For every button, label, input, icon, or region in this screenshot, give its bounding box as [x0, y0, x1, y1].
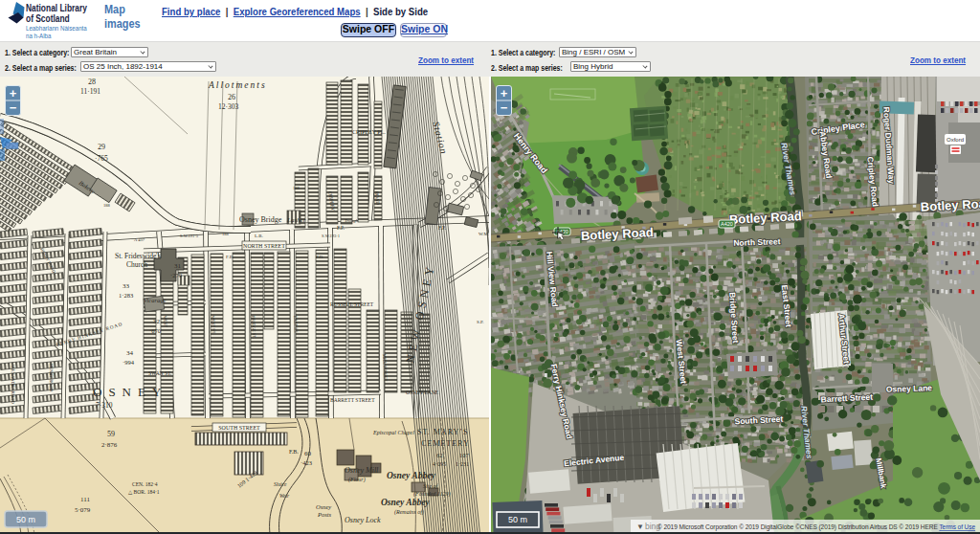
svg-text:Church: Church [126, 260, 147, 269]
svg-text:W.M.: W.M. [479, 232, 489, 236]
svg-text:RUSSELL STREET: RUSSELL STREET [330, 301, 374, 307]
svg-text:EAST ST.: EAST ST. [293, 316, 299, 334]
svg-text:·670: ·670 [149, 327, 161, 334]
svg-text:NORTH STREET: NORTH STREET [243, 243, 285, 249]
svg-text:Osney Lock: Osney Lock [345, 516, 381, 524]
svg-text:© 2019 Microsoft Corporation ©: © 2019 Microsoft Corporation © 2019 Digi… [657, 523, 975, 531]
svg-text:59: 59 [107, 430, 115, 438]
svg-text:HENRY ROAD: HENRY ROAD [49, 364, 54, 392]
svg-text:F.P.: F.P. [337, 225, 345, 231]
svg-text:7·310: 7·310 [96, 401, 113, 410]
svg-text:Osney Mill: Osney Mill [345, 466, 379, 475]
svg-text:31: 31 [174, 262, 182, 270]
svg-text:BARRETT STREET: BARRETT STREET [330, 397, 375, 403]
svg-text:Oxford: Oxford [947, 137, 964, 143]
svg-text:Osney Lane: Osney Lane [886, 383, 933, 394]
svg-text:WEST: WEST [163, 316, 168, 328]
svg-text:Sluice: Sluice [274, 481, 287, 487]
svg-text:Trough: Trough [345, 218, 359, 223]
svg-text:▼: ▼ [636, 523, 644, 531]
svg-text:+: + [10, 86, 17, 100]
svg-text:60: 60 [304, 450, 312, 457]
svg-text:50 m: 50 m [16, 515, 35, 524]
svg-text:SWAN ST.: SWAN ST. [148, 370, 172, 376]
svg-text:−: − [501, 100, 508, 115]
svg-text:2·876: 2·876 [101, 441, 118, 449]
svg-text:32: 32 [153, 318, 161, 325]
svg-text:Osney: Osney [316, 503, 331, 510]
svg-text:29: 29 [98, 143, 105, 151]
svg-text:A 437: A 437 [134, 237, 145, 242]
svg-text:Weir: Weir [279, 493, 290, 499]
svg-text:28: 28 [88, 78, 96, 86]
svg-text:−: − [10, 100, 17, 115]
svg-text:188: 188 [222, 232, 230, 236]
svg-text:+: + [501, 86, 508, 100]
svg-text:CEN. 182·4: CEN. 182·4 [132, 481, 158, 487]
svg-text:CRIPLEY PL.: CRIPLEY PL. [352, 129, 386, 135]
svg-text:111: 111 [80, 496, 90, 503]
svg-text:Osney Abbey: Osney Abbey [381, 498, 430, 507]
svg-text:△ BOR. 184·1: △ BOR. 184·1 [128, 489, 160, 495]
svg-text:SOUTH STREET: SOUTH STREET [218, 425, 260, 431]
svg-text:(Flour): (Flour) [348, 477, 366, 483]
svg-text:·423: ·423 [301, 459, 312, 466]
svg-text:1·231: 1·231 [456, 461, 469, 467]
svg-text:12·303: 12·303 [218, 102, 238, 111]
svg-text:OSNEY LANE: OSNEY LANE [406, 389, 439, 395]
svg-text:A420: A420 [721, 221, 733, 227]
svg-text:Posts: Posts [317, 511, 332, 518]
svg-text:ST. MARY’S: ST. MARY’S [417, 428, 468, 436]
svg-text:Lasher: Lasher [286, 216, 306, 224]
svg-text:33: 33 [122, 282, 130, 290]
svg-text:F.B.: F.B. [289, 449, 299, 455]
svg-text:L.B.: L.B. [255, 234, 263, 238]
svg-text:St. Frideswide's: St. Frideswide's [115, 252, 161, 260]
svg-text:·994: ·994 [122, 359, 135, 366]
svg-text:Episcopal Chapel: Episcopal Chapel [372, 430, 414, 435]
svg-text:F.P.: F.P. [438, 225, 446, 231]
svg-text:62: 62 [436, 452, 443, 458]
svg-text:5·079: 5·079 [75, 506, 91, 514]
svg-text:Vicarage: Vicarage [144, 297, 166, 303]
svg-text:Osney Bridge: Osney Bridge [239, 215, 282, 224]
svg-text:P.O.: P.O. [316, 255, 323, 259]
svg-text:OSNEY: OSNEY [93, 385, 167, 399]
svg-text:F.B.: F.B. [226, 255, 234, 259]
svg-text:188: 188 [293, 186, 301, 190]
svg-text:Allotments: Allotments [208, 80, 267, 90]
svg-text:WEST ST.: WEST ST. [211, 316, 216, 335]
svg-text:Site of: Site of [423, 483, 438, 489]
svg-text:1·283: 1·283 [119, 292, 133, 299]
svg-text:ALEXANDRA ROAD: ALEXANDRA ROAD [11, 364, 15, 404]
svg-text:CEMETERY: CEMETERY [421, 439, 470, 448]
svg-text:(Founded 1129): (Founded 1129) [413, 491, 450, 498]
svg-text:·765: ·765 [95, 154, 108, 163]
svg-text:11·191: 11·191 [80, 87, 100, 96]
svg-text:Botley Roa: Botley Roa [920, 196, 980, 214]
svg-text:50 m: 50 m [508, 515, 527, 524]
svg-text:26: 26 [228, 93, 235, 101]
svg-text:(Remains of): (Remains of) [394, 509, 424, 516]
svg-text:188: 188 [103, 203, 111, 208]
svg-text:S.W.191·5: S.W.191·5 [180, 234, 199, 238]
svg-text:S.W.193·1: S.W.193·1 [322, 234, 340, 238]
svg-text:4·095: 4·095 [433, 461, 446, 467]
svg-text:Osney Abbey: Osney Abbey [387, 471, 435, 480]
svg-text:·279: ·279 [170, 272, 182, 278]
svg-text:34: 34 [126, 349, 134, 357]
svg-text:107: 107 [459, 452, 470, 458]
svg-text:S.P.: S.P. [477, 320, 484, 324]
svg-text:North Street: North Street [733, 236, 781, 248]
